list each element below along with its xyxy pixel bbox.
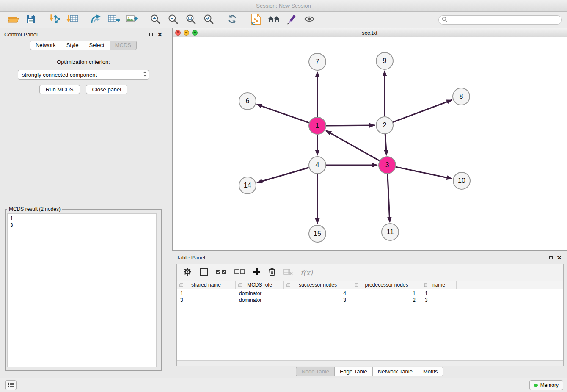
graph-node-15[interactable]: 15 <box>309 225 326 242</box>
delete-table-button <box>284 268 293 276</box>
welcome-screen-button[interactable] <box>265 13 283 27</box>
mcds-result-list[interactable]: 1 3 <box>7 213 157 367</box>
apply-style-button[interactable] <box>283 13 300 27</box>
import-table-button[interactable] <box>63 13 81 27</box>
zoom-selected-button[interactable] <box>200 13 217 27</box>
close-window-button[interactable]: × <box>175 30 181 36</box>
float-table-panel-button[interactable] <box>549 256 553 259</box>
toggle-details-button[interactable] <box>300 13 318 27</box>
column-sort-icon <box>238 283 242 289</box>
export-image-button[interactable] <box>123 13 140 27</box>
save-session-button[interactable] <box>22 13 40 27</box>
app-window: Session: New Session <box>0 0 567 392</box>
open-folder-icon <box>7 14 19 25</box>
svg-text:1: 1 <box>316 122 319 129</box>
tab-node-table[interactable]: Node Table <box>296 367 335 376</box>
table-settings-button[interactable] <box>183 267 192 278</box>
tab-mcds[interactable]: MCDS <box>110 41 137 50</box>
select-all-icon <box>216 268 227 276</box>
edge-4-14[interactable] <box>257 168 309 183</box>
mcds-result-group: MCDS result (2 nodes) 1 3 <box>5 209 162 371</box>
graph-node-2[interactable]: 2 <box>376 117 393 134</box>
tab-style[interactable]: Style <box>61 41 84 50</box>
edge-3-1[interactable] <box>326 130 380 160</box>
column-header-successor-nodes[interactable]: successor nodes <box>284 281 352 289</box>
show-columns-button[interactable] <box>200 268 208 277</box>
zoom-fit-button[interactable] <box>182 13 200 27</box>
optimization-criterion-select[interactable]: strongly connected component <box>18 70 149 80</box>
network-overview-button[interactable] <box>247 13 265 27</box>
search-field[interactable] <box>438 15 562 25</box>
export-network-button[interactable] <box>87 13 105 27</box>
graph-node-1[interactable]: 1 <box>309 117 326 134</box>
search-input[interactable] <box>449 17 559 23</box>
optimization-criterion-label: Optimization criterion: <box>0 59 167 65</box>
graph-node-9[interactable]: 9 <box>376 52 393 69</box>
graph-node-10[interactable]: 10 <box>453 172 470 189</box>
tab-network[interactable]: Network <box>30 41 61 50</box>
table-cell: dominator <box>236 297 284 304</box>
tab-edge-table[interactable]: Edge Table <box>334 367 373 376</box>
table-row[interactable]: 1dominator411 <box>177 290 563 297</box>
zoom-window-button[interactable]: + <box>192 30 198 36</box>
column-sort-icon <box>179 283 184 289</box>
add-column-button[interactable] <box>253 268 261 277</box>
graph-node-11[interactable]: 11 <box>382 224 399 240</box>
zoom-selected-icon <box>203 14 214 26</box>
edge-3-11[interactable] <box>388 174 390 222</box>
tab-network-table[interactable]: Network Table <box>372 367 418 376</box>
import-table-icon <box>66 14 79 26</box>
close-panel-button[interactable]: ✕ <box>157 31 162 38</box>
tab-motifs[interactable]: Motifs <box>418 367 443 376</box>
graph-node-8[interactable]: 8 <box>453 88 470 105</box>
edge-1-6[interactable] <box>257 105 309 123</box>
import-network-button[interactable] <box>46 13 63 27</box>
edge-2-8[interactable] <box>393 100 452 122</box>
zoom-in-button[interactable] <box>146 13 164 27</box>
graph-node-4[interactable]: 4 <box>309 157 326 174</box>
graph-node-3[interactable]: 3 <box>379 157 396 174</box>
control-panel: Control Panel ✕ Network Style Select MCD… <box>0 28 167 378</box>
node-table-container: f(x) shared name MCDS role successor nod… <box>176 264 564 366</box>
select-all-button[interactable] <box>216 268 227 276</box>
graph-node-7[interactable]: 7 <box>309 53 326 70</box>
graph-node-14[interactable]: 14 <box>239 177 256 194</box>
column-header-mcds-role[interactable]: MCDS role <box>236 281 284 289</box>
float-panel-button[interactable] <box>149 33 153 36</box>
graph-node-6[interactable]: 6 <box>239 93 256 110</box>
column-header-shared-name[interactable]: shared name <box>177 281 236 289</box>
table-row[interactable]: 3dominator323 <box>177 297 563 304</box>
table-cell: 3 <box>177 297 236 304</box>
export-table-icon <box>107 14 120 26</box>
network-canvas[interactable]: 7968124314101511 <box>173 37 567 250</box>
memory-button[interactable]: Memory <box>529 380 563 390</box>
apply-layout-button[interactable] <box>223 13 241 27</box>
minimize-window-button[interactable]: − <box>184 30 189 36</box>
deselect-all-button[interactable] <box>234 268 245 276</box>
zoom-out-button[interactable] <box>164 13 182 27</box>
close-table-panel-button[interactable]: ✕ <box>556 254 562 261</box>
column-header-predecessor-nodes[interactable]: predecessor nodes <box>352 281 421 289</box>
svg-text:2: 2 <box>383 121 387 129</box>
export-table-button[interactable] <box>105 13 123 27</box>
plus-icon <box>253 268 261 277</box>
table-cell: 1 <box>352 290 421 297</box>
task-history-button[interactable] <box>5 380 17 390</box>
run-mcds-button[interactable]: Run MCDS <box>39 85 80 94</box>
zoom-in-icon <box>150 14 161 26</box>
column-header-label: MCDS role <box>247 282 272 288</box>
table-cell: dominator <box>236 290 284 297</box>
horizontal-scrollbar[interactable] <box>177 360 563 366</box>
zoom-fit-icon <box>185 14 196 26</box>
tab-select[interactable]: Select <box>84 41 110 50</box>
edge-1-2[interactable] <box>326 125 375 126</box>
table-cell: 3 <box>284 297 352 304</box>
edge-2-3[interactable] <box>385 134 386 155</box>
network-window-title: scc.txt <box>173 30 567 36</box>
delete-column-button[interactable] <box>268 268 276 277</box>
close-panel-button-2[interactable]: Close panel <box>86 85 128 94</box>
open-session-button[interactable] <box>4 13 22 27</box>
column-header-name[interactable]: name <box>421 281 457 289</box>
floppy-disk-icon <box>26 14 36 25</box>
edge-3-10[interactable] <box>396 167 452 179</box>
